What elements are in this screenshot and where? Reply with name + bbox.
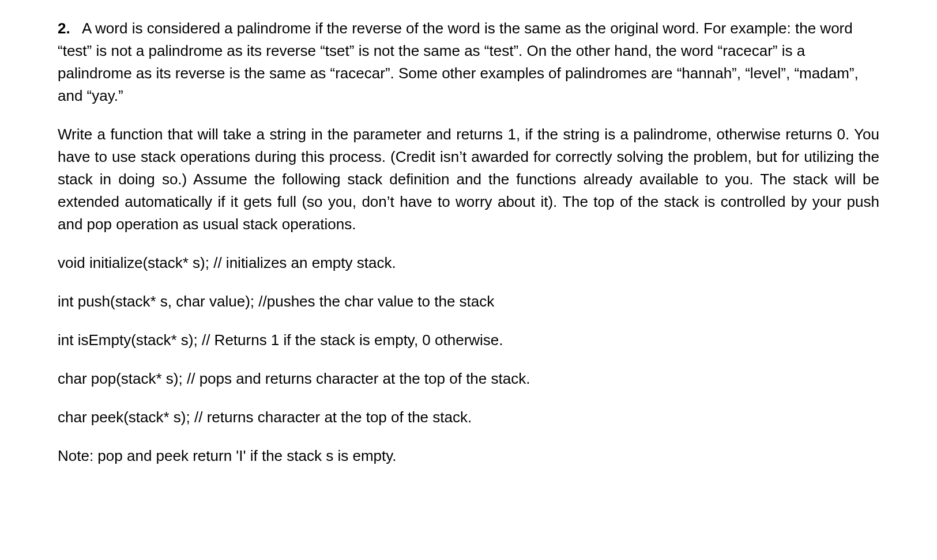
code-line-isempty: int isEmpty(stack* s); // Returns 1 if t…	[58, 329, 879, 351]
code-line-push: int push(stack* s, char value); //pushes…	[58, 290, 879, 313]
question-number: 2.	[58, 20, 70, 37]
question-instructions-paragraph: Write a function that will take a string…	[58, 123, 879, 236]
question-para1-text: A word is considered a palindrome if the…	[58, 20, 859, 104]
question-intro-paragraph: 2. A word is considered a palindrome if …	[58, 17, 879, 107]
code-line-initialize: void initialize(stack* s); // initialize…	[58, 252, 879, 274]
code-line-peek: char peek(stack* s); // returns characte…	[58, 406, 879, 429]
question-note: Note: pop and peek return 'I' if the sta…	[58, 445, 879, 467]
code-line-pop: char pop(stack* s); // pops and returns …	[58, 368, 879, 390]
